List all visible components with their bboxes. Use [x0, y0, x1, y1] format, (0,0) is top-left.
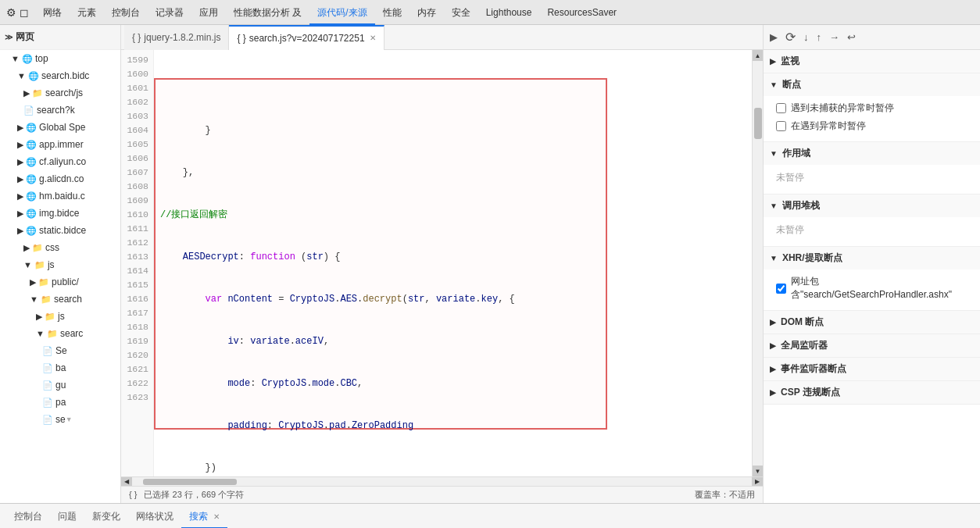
- checkbox-caught-exceptions[interactable]: 在遇到异常时暂停: [776, 117, 974, 135]
- section-arrow-icon: ▼: [770, 254, 778, 262]
- file-tree-sidebar: ≫ 网页 ▼ 🌐 top ▼ 🌐 search.bidc ▶ 📁 search/…: [0, 25, 121, 503]
- menu-performance[interactable]: 性能: [375, 0, 410, 25]
- sidebar-item-searc-folder[interactable]: ▼ 📁 searc: [0, 325, 120, 342]
- sidebar-item-se[interactable]: 📄 Se: [0, 342, 120, 359]
- code-line-1607: }): [160, 461, 746, 475]
- menu-lighthouse[interactable]: Lighthouse: [478, 0, 540, 25]
- scroll-thumb[interactable]: [754, 108, 762, 139]
- bottom-tab-changes[interactable]: 新变化: [84, 504, 128, 529]
- folder-icon: ▶ 🌐: [17, 191, 37, 202]
- bottom-tab-network-conditions[interactable]: 网络状况: [128, 504, 181, 529]
- section-title-monitor: 监视: [781, 55, 799, 68]
- sidebar-item-gu[interactable]: 📄 gu: [0, 376, 120, 394]
- sidebar-item-top[interactable]: ▼ 🌐 top: [0, 50, 120, 67]
- step-button[interactable]: →: [828, 30, 841, 45]
- scroll-up-button[interactable]: ▲: [753, 50, 764, 61]
- sidebar-item-js2[interactable]: ▶ 📁 js: [0, 308, 120, 325]
- scroll-down-button[interactable]: ▼: [753, 466, 764, 476]
- devtools-logo: ⚙ ◻: [6, 6, 29, 19]
- step-over-button[interactable]: ⟳: [784, 28, 797, 46]
- folder-icon: ▶ 📁: [30, 277, 49, 287]
- folder-icon: ▶ 📁: [23, 243, 43, 253]
- menu-network[interactable]: 网络: [35, 0, 70, 25]
- menu-application[interactable]: 应用: [191, 0, 226, 25]
- sidebar-item-search-k[interactable]: 📄 search?k: [0, 102, 120, 119]
- coverage-info: 覆盖率：不适用: [695, 489, 755, 501]
- tab-close-button[interactable]: ✕: [370, 34, 376, 42]
- tab-jquery[interactable]: { } jquery-1.8.2.min.js: [124, 25, 229, 50]
- sidebar-item-label: css: [45, 242, 59, 253]
- xhr-item-search[interactable]: 网址包含"search/GetSearchProHandler.ashx": [776, 273, 974, 304]
- bottom-tab-search-close[interactable]: ✕: [213, 512, 220, 521]
- editor-area: { } jquery-1.8.2.min.js { } search.js?v=…: [121, 25, 763, 503]
- sidebar-item-cf-aliyun[interactable]: ▶ 🌐 cf.aliyun.co: [0, 153, 120, 170]
- menu-memory[interactable]: 内存: [410, 0, 444, 25]
- vertical-scrollbar[interactable]: ▲ ▼: [752, 50, 763, 476]
- checkbox-uncaught-exceptions[interactable]: 遇到未捕获的异常时暂停: [776, 99, 974, 117]
- bottom-tab-console[interactable]: 控制台: [6, 504, 50, 529]
- menu-resources-saver[interactable]: ResourcesSaver: [539, 0, 624, 25]
- code-content[interactable]: } }, //接口返回解密 AESDecrypt: function (str)…: [154, 50, 752, 476]
- sidebar-item-search-bidc[interactable]: ▼ 🌐 search.bidc: [0, 67, 120, 84]
- file-icon: 📄: [42, 398, 53, 408]
- deactivate-button[interactable]: ↩: [846, 30, 857, 45]
- sidebar-item-css[interactable]: ▶ 📁 css: [0, 239, 120, 256]
- horizontal-scrollbar[interactable]: ◀ ▶: [121, 476, 763, 486]
- sidebar-item-pa[interactable]: 📄 pa: [0, 394, 120, 411]
- panel-section-monitor-header[interactable]: ▶ 监视: [764, 50, 980, 73]
- step-into-button[interactable]: ↓: [802, 30, 810, 45]
- panel-section-csp-header[interactable]: ▶ CSP 违规断点: [764, 381, 980, 404]
- panel-section-events-header[interactable]: ▶ 事件监听器断点: [764, 358, 980, 380]
- code-editor-container[interactable]: 1599 1600 1601 1602 1603 1604 1605 1606 …: [121, 50, 763, 476]
- resume-button[interactable]: ▶: [768, 30, 779, 45]
- panel-section-breakpoints-header[interactable]: ▼ 断点: [764, 73, 980, 96]
- bottom-tab-search[interactable]: 搜索 ✕: [181, 504, 227, 529]
- checkbox-uncaught-input[interactable]: [776, 103, 786, 113]
- code-line-1601: //接口返回解密: [160, 208, 746, 222]
- line-num-1618: 1618: [121, 320, 153, 334]
- menu-sources[interactable]: 源代码/来源: [309, 0, 374, 25]
- tab-icon: { }: [237, 33, 245, 44]
- sidebar-item-public[interactable]: ▶ 📁 public/: [0, 273, 120, 291]
- menu-recorder[interactable]: 记录器: [148, 0, 191, 25]
- file-icon: 📄: [42, 415, 53, 425]
- menu-console[interactable]: 控制台: [104, 0, 148, 25]
- bottom-tab-issues[interactable]: 问题: [50, 504, 84, 529]
- line-num-1610: 1610: [121, 208, 153, 222]
- panel-section-callstack-header[interactable]: ▼ 调用堆栈: [764, 194, 980, 217]
- sidebar-item-search-folder[interactable]: ▼ 📁 search: [0, 291, 120, 308]
- sidebar-item-static-bidce[interactable]: ▶ 🌐 static.bidce: [0, 222, 120, 239]
- section-arrow-icon: ▼: [770, 149, 778, 158]
- menu-perf-insights[interactable]: 性能数据分析 及: [226, 0, 309, 25]
- sidebar-item-ba[interactable]: 📄 ba: [0, 359, 120, 376]
- tab-search-js[interactable]: { } search.js?v=202407172251 ✕: [229, 25, 384, 50]
- sidebar-item-js[interactable]: ▼ 📁 js: [0, 256, 120, 273]
- section-title-dom: DOM 断点: [781, 316, 824, 329]
- menu-security[interactable]: 安全: [444, 0, 478, 25]
- section-title-global: 全局监听器: [781, 339, 828, 352]
- panel-section-scope-header[interactable]: ▼ 作用域: [764, 142, 980, 165]
- sidebar-item-label: js: [48, 259, 55, 270]
- scroll-left-button[interactable]: ◀: [121, 477, 132, 487]
- sidebar-item-search-js[interactable]: ▶ 📁 search/js: [0, 84, 120, 102]
- panel-section-dom: ▶ DOM 断点: [764, 311, 980, 334]
- scroll-right-button[interactable]: ▶: [752, 477, 763, 487]
- panel-section-global-header[interactable]: ▶ 全局监听器: [764, 334, 980, 357]
- debugger-right-panel: ▶ ⟳ ↓ ↑ → ↩ ▶ 监视 ▼ 断点 遇到未捕获的异常时暂停: [763, 25, 980, 503]
- panel-section-xhr-header[interactable]: ▼ XHR/提取断点: [764, 247, 980, 269]
- checkbox-caught-input[interactable]: [776, 121, 786, 131]
- h-scroll-thumb[interactable]: [143, 479, 237, 485]
- editor-tab-bar: { } jquery-1.8.2.min.js { } search.js?v=…: [121, 25, 763, 50]
- sidebar-header: ≫ 网页: [0, 25, 120, 50]
- sidebar-item-app-immer[interactable]: ▶ 🌐 app.immer: [0, 136, 120, 153]
- sidebar-item-g-alicdn[interactable]: ▶ 🌐 g.alicdn.co: [0, 170, 120, 187]
- sidebar-item-se2[interactable]: 📄 se ▼: [0, 411, 120, 428]
- step-out-button[interactable]: ↑: [815, 30, 824, 45]
- line-num-1601: 1601: [121, 81, 153, 95]
- sidebar-item-global-spe[interactable]: ▶ 🌐 Global Spe: [0, 119, 120, 136]
- sidebar-item-img-bidce[interactable]: ▶ 🌐 img.bidce: [0, 205, 120, 222]
- panel-section-dom-header[interactable]: ▶ DOM 断点: [764, 311, 980, 334]
- sidebar-item-hm-baidu[interactable]: ▶ 🌐 hm.baidu.c: [0, 187, 120, 205]
- xhr-checkbox-search[interactable]: [776, 284, 786, 294]
- menu-elements[interactable]: 元素: [70, 0, 104, 25]
